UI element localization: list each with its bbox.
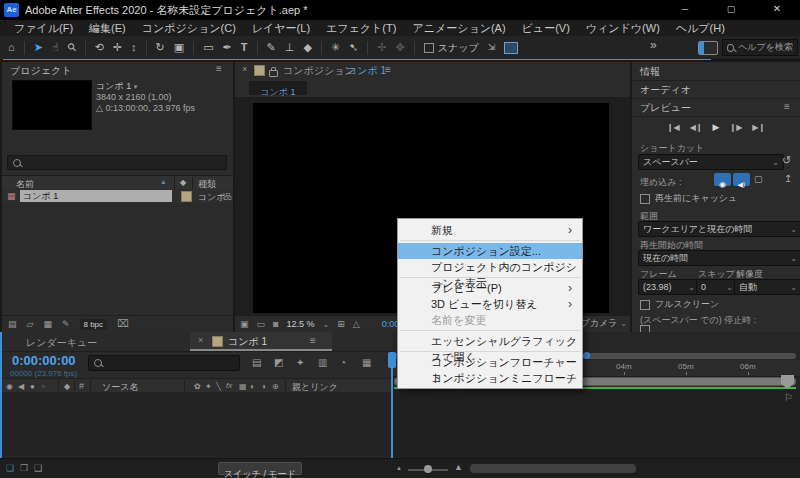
- mask-visibility-icon[interactable]: △: [353, 320, 360, 329]
- panel-menu-icon[interactable]: ≡: [784, 101, 790, 112]
- share-icon[interactable]: ↥: [784, 173, 792, 184]
- checkbox-box[interactable]: [640, 300, 650, 310]
- tab-composition[interactable]: × コンポ 1 ≡: [190, 332, 332, 351]
- snap-checkbox[interactable]: スナップ: [424, 41, 479, 55]
- last-frame-button[interactable]: ▶❙: [752, 123, 765, 132]
- composition-tab-label[interactable]: コンポジション: [283, 64, 355, 78]
- brush-tool-icon[interactable]: ✎: [267, 42, 276, 53]
- skip-dropdown[interactable]: 0 ⌄: [696, 279, 738, 295]
- menu-edit[interactable]: 編集(E): [81, 21, 134, 36]
- comp-marker-flag-icon[interactable]: ⚐: [784, 392, 793, 403]
- chevron-down-icon[interactable]: ⌄: [620, 319, 627, 328]
- adjustment-switch-icon[interactable]: ◐: [250, 382, 255, 391]
- menu-composition[interactable]: コンポジション(C): [134, 21, 244, 36]
- show-snapshot-icon[interactable]: ▭: [257, 320, 266, 329]
- snap-options-icon[interactable]: ⇲: [488, 43, 496, 52]
- menu-item-composition-settings[interactable]: コンポジション設定...: [398, 243, 582, 259]
- bit-depth-button[interactable]: 8 bpc: [80, 319, 108, 330]
- play-from-dropdown[interactable]: 現在の時間 ⌄: [638, 250, 800, 266]
- menu-file[interactable]: ファイル(F): [6, 21, 81, 36]
- home-icon[interactable]: ⌂: [8, 42, 15, 53]
- toolbar-overflow-icon[interactable]: »: [650, 38, 657, 52]
- snap-checkbox-box[interactable]: [424, 43, 434, 53]
- panel-menu-icon[interactable]: ≡: [310, 335, 316, 346]
- composition-subtab[interactable]: コンポ 1: [249, 81, 307, 95]
- menu-item-preview[interactable]: プレビュー(P)›: [398, 280, 582, 296]
- selection-tool-icon[interactable]: ➤: [34, 42, 43, 53]
- time-navigator-handle[interactable]: [583, 352, 590, 359]
- close-tab-icon[interactable]: ×: [198, 335, 203, 345]
- menu-item-switch-3d-view[interactable]: 3D ビューを切り替え›: [398, 296, 582, 312]
- hide-shy-layers-icon[interactable]: ✦: [296, 357, 304, 368]
- close-tab-icon[interactable]: ×: [242, 64, 247, 74]
- world-axis-mode-icon[interactable]: ✥: [396, 42, 405, 53]
- motion-blur-switch-icon[interactable]: ▦: [239, 382, 247, 391]
- layer-list-area[interactable]: [2, 392, 392, 458]
- menu-animation[interactable]: アニメーション(A): [404, 21, 513, 36]
- fullscreen-checkbox[interactable]: フルスクリーン: [640, 298, 719, 311]
- sort-ascending-icon[interactable]: ▲: [160, 178, 167, 185]
- threed-switch-icon[interactable]: ◑: [261, 382, 266, 391]
- adjust-icon[interactable]: ✎: [62, 320, 70, 329]
- tag-icon[interactable]: ◆: [64, 382, 70, 391]
- expand-layer-switches-icon[interactable]: ❏: [6, 463, 14, 473]
- draft-3d-icon[interactable]: ◩: [274, 357, 283, 368]
- menu-item-open-in-essential-graphics[interactable]: エッセンシャルグラフィックスで開く: [398, 333, 582, 349]
- frame-blend-switch-icon[interactable]: ╲: [216, 382, 221, 391]
- lock-icon[interactable]: [269, 70, 278, 77]
- maximize-button[interactable]: ▢: [708, 0, 754, 20]
- play-button[interactable]: ▶: [713, 122, 720, 132]
- zoom-out-mountain-icon[interactable]: ▲: [396, 465, 402, 471]
- menu-item-reveal-composition[interactable]: プロジェクト内のコンポジションを表示: [398, 259, 582, 275]
- checkbox-box[interactable]: [640, 194, 650, 204]
- table-row[interactable]: ▦ コンポ 1 コンポ 品: [2, 189, 233, 203]
- zoom-tool-icon[interactable]: ⚲: [65, 41, 78, 54]
- current-timecode[interactable]: 0:00:00:00: [12, 353, 76, 368]
- preview-panel-header[interactable]: プレビュー ≡: [632, 98, 800, 117]
- menu-item-new[interactable]: 新規›: [398, 222, 582, 238]
- reset-icon[interactable]: ↺: [782, 154, 791, 167]
- label-color-swatch[interactable]: [181, 191, 192, 202]
- roto-brush-tool-icon[interactable]: ✳: [331, 42, 340, 53]
- orbit-camera-tool-icon[interactable]: ⟲: [95, 42, 104, 53]
- dolly-camera-tool-icon[interactable]: ↕: [131, 42, 137, 53]
- lock-icon[interactable]: ▫: [42, 382, 45, 391]
- include-audio-toggle[interactable]: ◀⟩: [733, 173, 750, 186]
- close-button[interactable]: ✕: [754, 0, 800, 20]
- tab-render-queue[interactable]: レンダーキュー: [26, 336, 97, 350]
- snapshot-icon[interactable]: ▣: [240, 320, 249, 329]
- include-video-toggle[interactable]: ◉: [714, 173, 731, 186]
- type-tool-icon[interactable]: T: [241, 42, 248, 53]
- pen-tool-icon[interactable]: ✒: [223, 42, 232, 53]
- new-folder-icon[interactable]: ▱: [27, 320, 34, 329]
- panel-menu-icon[interactable]: ≡: [385, 64, 391, 75]
- frame-blending-icon[interactable]: ▥: [318, 357, 327, 368]
- pan-camera-tool-icon[interactable]: ✛: [113, 42, 122, 53]
- eraser-tool-icon[interactable]: ◆: [303, 42, 311, 53]
- next-frame-button[interactable]: ❙▶: [729, 123, 742, 132]
- solo-icon[interactable]: ●: [30, 382, 35, 391]
- menu-view[interactable]: ビュー(V): [514, 21, 578, 36]
- audio-tab-label[interactable]: オーディオ: [640, 83, 691, 97]
- magnification-value[interactable]: 12.5 %: [286, 319, 314, 329]
- quality-switch-icon[interactable]: ✿: [194, 382, 201, 391]
- range-dropdown[interactable]: ワークエリアと現在の時間 ⌄: [638, 221, 800, 237]
- info-panel-header[interactable]: 情報: [632, 62, 800, 81]
- timeline-zoom-slider-handle[interactable]: [424, 465, 432, 473]
- item-name-cell[interactable]: コンポ 1: [20, 190, 172, 202]
- live-update-icon[interactable]: [504, 42, 518, 54]
- project-search-field[interactable]: [7, 155, 227, 170]
- channels-icon[interactable]: ◙: [273, 320, 278, 329]
- column-index[interactable]: #: [79, 381, 84, 391]
- hand-tool-icon[interactable]: ☝: [52, 42, 59, 53]
- preview-tab-label[interactable]: プレビュー: [640, 101, 691, 115]
- frame-rate-dropdown[interactable]: (23.98) ⌄: [638, 279, 700, 295]
- project-panel-header[interactable]: プロジェクト ≡: [2, 62, 233, 78]
- fx-switch-icon[interactable]: fx: [226, 381, 232, 390]
- puppet-pin-tool-icon[interactable]: ➷: [349, 42, 358, 53]
- tag-icon[interactable]: ◆: [180, 178, 186, 187]
- comp-mini-flowchart-icon[interactable]: ▤: [252, 357, 261, 368]
- composition-panel-tabbar[interactable]: × コンポジション コンポ 1 ≡: [235, 62, 630, 79]
- timeline-search-field[interactable]: [88, 355, 240, 371]
- workspace-icon[interactable]: [698, 41, 718, 55]
